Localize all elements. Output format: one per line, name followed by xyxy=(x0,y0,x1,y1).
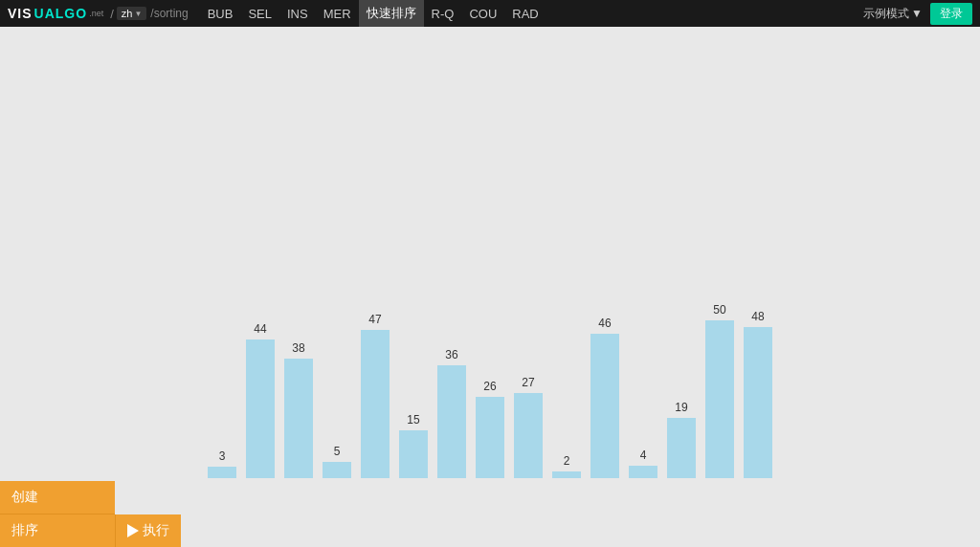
bar-rect xyxy=(246,339,275,478)
bar-item: 4 xyxy=(624,449,662,478)
bar-label: 36 xyxy=(445,348,457,361)
bar-item: 26 xyxy=(471,380,509,478)
nav-rad[interactable]: RAD xyxy=(504,0,546,27)
nav-ins[interactable]: INS xyxy=(279,0,316,27)
bar-item: 36 xyxy=(433,348,471,478)
run-button[interactable]: 执行 xyxy=(115,514,181,547)
nav-right: 示例模式 ▼ 登录 xyxy=(863,3,972,25)
bar-label: 48 xyxy=(751,310,764,323)
nav-bub[interactable]: BUB xyxy=(200,0,241,27)
nav-rq[interactable]: R-Q xyxy=(424,0,462,27)
bar-label: 47 xyxy=(368,313,381,326)
bar-label: 44 xyxy=(254,322,266,336)
nav-separator: / xyxy=(110,7,114,21)
bar-rect xyxy=(590,334,619,478)
bottom-panel: 创建 排序 xyxy=(0,481,115,547)
bar-rect xyxy=(208,467,236,478)
bar-item: 27 xyxy=(509,376,547,478)
bar-item: 19 xyxy=(662,401,701,478)
bar-rect xyxy=(744,327,772,478)
bar-rect xyxy=(667,418,696,478)
demo-arrow: ▼ xyxy=(911,7,923,20)
nav-sel[interactable]: SEL xyxy=(240,0,279,27)
bar-rect xyxy=(323,462,351,478)
bar-label: 27 xyxy=(522,376,534,389)
lang-selector[interactable]: zh ▼ xyxy=(117,7,147,20)
bar-label: 3 xyxy=(219,449,226,463)
logo-algo: UALGO xyxy=(34,6,88,21)
bars-container: 34438547153626272464195048 xyxy=(203,268,777,478)
bar-label: 15 xyxy=(407,413,419,427)
bar-item: 15 xyxy=(394,413,433,478)
create-button[interactable]: 创建 xyxy=(0,481,115,514)
bar-rect xyxy=(399,430,428,478)
lang-label: zh xyxy=(122,8,133,19)
nav-path: /sorting xyxy=(150,7,188,20)
bar-item: 46 xyxy=(586,317,624,478)
bar-item: 47 xyxy=(356,313,394,478)
bar-rect xyxy=(284,359,313,478)
sort-button[interactable]: 排序 xyxy=(0,514,115,547)
logo-vis: VIS xyxy=(8,6,33,21)
bar-item: 44 xyxy=(241,322,279,478)
top-nav: VISUALGO.net / zh ▼ /sorting BUB SEL INS… xyxy=(0,0,980,27)
bar-rect xyxy=(361,330,390,478)
bar-rect xyxy=(437,365,466,478)
bar-label: 46 xyxy=(598,317,611,330)
run-icon xyxy=(127,524,139,537)
bar-rect xyxy=(629,466,657,478)
lang-arrow: ▼ xyxy=(134,10,142,18)
bar-label: 26 xyxy=(483,380,496,393)
chart-area: 34438547153626272464195048 xyxy=(0,27,980,507)
bar-rect xyxy=(705,320,734,478)
nav-mer[interactable]: MER xyxy=(316,0,359,27)
demo-label: 示例模式 xyxy=(863,6,909,22)
bar-label: 19 xyxy=(675,401,687,414)
bar-label: 50 xyxy=(713,303,725,317)
logo-net: .net xyxy=(89,9,103,18)
logo: VISUALGO.net xyxy=(8,6,103,21)
demo-mode-button[interactable]: 示例模式 ▼ xyxy=(863,6,923,22)
bar-rect xyxy=(476,397,504,478)
bar-label: 5 xyxy=(334,445,341,458)
bar-item: 50 xyxy=(701,303,739,478)
bar-item: 3 xyxy=(203,449,241,478)
bar-label: 4 xyxy=(640,449,647,462)
bar-label: 38 xyxy=(292,341,304,355)
nav-qsort[interactable]: 快速排序 xyxy=(359,0,424,27)
run-label: 执行 xyxy=(143,522,169,539)
bar-rect xyxy=(552,471,581,478)
bar-item: 2 xyxy=(547,454,586,478)
bar-rect xyxy=(514,393,543,478)
run-btn-wrapper: 执行 xyxy=(115,514,181,547)
nav-links: BUB SEL INS MER 快速排序 R-Q COU RAD xyxy=(200,0,546,27)
bar-item: 38 xyxy=(279,341,318,478)
login-button[interactable]: 登录 xyxy=(930,3,972,25)
bar-item: 5 xyxy=(318,445,356,478)
bar-label: 2 xyxy=(564,454,570,468)
nav-cou[interactable]: COU xyxy=(461,0,504,27)
bar-item: 48 xyxy=(739,310,777,478)
